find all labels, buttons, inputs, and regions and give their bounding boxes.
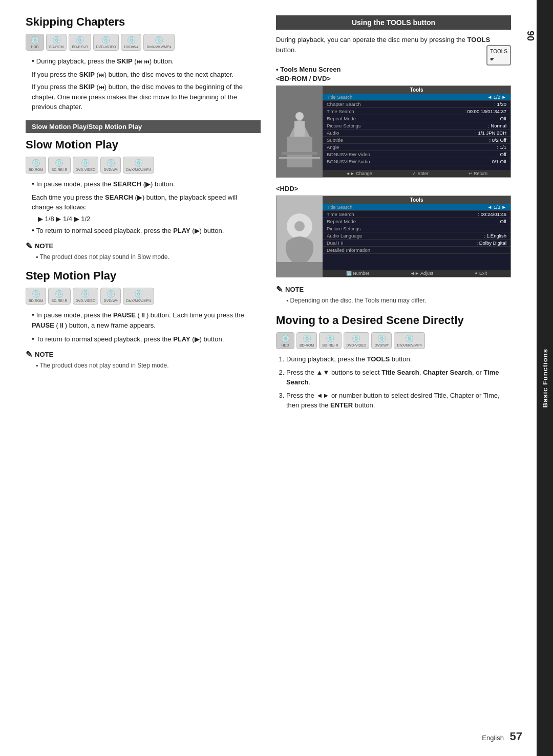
- divx-slow-disc-icon: 💿: [134, 159, 143, 167]
- hdd-repeat-row: Repeat Mode : Off: [323, 218, 511, 225]
- bdrom-step-disc-icon: 💿: [32, 290, 40, 298]
- slow-note-item1: The product does not play sound in Slow …: [36, 253, 261, 262]
- step-note-icon: ✎: [26, 350, 32, 359]
- slow-motion-subheader: Slow Motion Play/Step Motion Play: [26, 120, 261, 133]
- slow-note: ✎ NOTE The product does not play sound i…: [26, 241, 261, 262]
- audio-row: Audio : 1/1 JPN 2CH: [323, 129, 511, 137]
- page-number: 57: [510, 730, 522, 743]
- svg-rect-10: [276, 262, 323, 277]
- hdd-audio-lang-row: Audio Language : 1.English: [323, 232, 511, 240]
- dvdvideo-icon-btn: 💿 DVD-VIDEO: [93, 34, 119, 51]
- hdd-disc-icon: 💿: [31, 36, 39, 45]
- dvd-step-disc-icon: 💿: [81, 290, 90, 298]
- slow-motion-title: Slow Motion Play: [26, 138, 261, 152]
- dvd-moving-icon: 💿 DVD-VIDEO: [344, 332, 370, 349]
- dvdrwr-step-disc-icon: 💿: [107, 290, 115, 298]
- angle-row: Angle : 1/1: [323, 144, 511, 151]
- step-motion-section: Step Motion Play 💿 BD-ROM 💿 BD-RE/-R 💿 D…: [26, 269, 261, 370]
- skipping-icon-bar: 💿 HDD 💿 BD-ROM 💿 BD-RE/-R 💿 DVD-VIDEO 💿: [26, 34, 261, 51]
- dvdrwr-slow-disc-icon: 💿: [107, 159, 115, 167]
- hdd-icon-btn: 💿 HDD: [26, 34, 44, 51]
- svg-rect-6: [279, 157, 320, 159]
- slow-icon-bar: 💿 BD-ROM 💿 BD-RE/-R 💿 DVD-VIDEO 💿 DVDrW/…: [26, 157, 261, 174]
- slow-motion-section: Slow Motion Play/Step Motion Play Slow M…: [26, 120, 261, 262]
- bdrom-moving-disc-icon: 💿: [303, 334, 311, 343]
- svg-point-9: [294, 221, 305, 231]
- slow-indent1: Each time you press the SEARCH (▶) butto…: [32, 192, 261, 212]
- bdrom-step-icon: 💿 BD-ROM: [26, 288, 46, 305]
- title-search-row: Title Search ◄ 1/2 ►: [323, 94, 511, 101]
- bonusview-video-row: BONUSVIEW Video : Off: [323, 151, 511, 158]
- divx-slow-icon: 💿 DivX/MKV/MP4: [123, 157, 154, 174]
- tools-note-title: ✎ NOTE: [276, 285, 511, 294]
- hdd-screenshot: Tools Title Search ◄ 1/3 ► Time Search :…: [276, 196, 511, 277]
- divx-icon-btn: 💿 DivX/MKV/MP4: [143, 34, 174, 51]
- hdd-screen-image: [276, 196, 323, 277]
- dvd-moving-disc-icon: 💿: [352, 334, 360, 343]
- step-note-title: ✎ NOTE: [26, 350, 261, 359]
- hdd-screen-footer: 🔢 Number ◄► Adjust ✦ Exit: [323, 270, 511, 277]
- bdre-moving-disc-icon: 💿: [326, 334, 334, 343]
- chapter-number: 06: [526, 31, 537, 41]
- dvdrwr-moving-icon: 💿 DVDrW/r: [371, 332, 392, 349]
- bdrom-screen-footer: ◄► Change ✓ Enter ↩ Return: [323, 170, 511, 177]
- tools-note: ✎ NOTE Depending on the disc, the Tools …: [276, 285, 511, 305]
- bdrom-slow-icon: 💿 BD-ROM: [26, 157, 46, 174]
- left-column: Skipping Chapters 💿 HDD 💿 BD-ROM 💿 BD-RE…: [26, 15, 261, 414]
- dvd-slow-icon: 💿 DVD-VIDEO: [73, 157, 99, 174]
- hdd-title-search-row: Title Search ◄ 1/3 ►: [323, 204, 511, 211]
- dvdrwr-step-icon: 💿 DVDrW/r: [100, 288, 121, 305]
- bdrom-icon-btn: 💿 BD-ROM: [46, 34, 67, 51]
- divx-disc-icon: 💿: [155, 36, 163, 45]
- moving-icon-bar: 💿 HDD 💿 BD-ROM 💿 BD-RE/-R 💿 DVD-VIDEO 💿: [276, 332, 511, 349]
- bdrom-tools-title: Tools: [323, 86, 511, 94]
- bonusview-audio-row: BONUSVIEW Audio : 0/1 Off: [323, 158, 511, 165]
- bdrom-slow-disc-icon: 💿: [32, 159, 40, 167]
- step-note-item1: The product does not play sound in Step …: [36, 361, 261, 370]
- dvdrwr-slow-icon: 💿 DVDrW/r: [100, 157, 121, 174]
- bdrom-tools-menu: Tools Title Search ◄ 1/2 ► Chapter Searc…: [323, 86, 511, 177]
- hdd-detailed-row: Detailed Information: [323, 247, 511, 254]
- bdrom-disc-icon: 💿: [52, 36, 61, 45]
- step-note: ✎ NOTE The product does not play sound i…: [26, 350, 261, 370]
- tools-header: Using the TOOLS button: [276, 15, 511, 30]
- dvdvideo-disc-icon: 💿: [101, 36, 110, 45]
- bdre-slow-icon: 💿 BD-RE/-R: [48, 157, 70, 174]
- chapter-title: Basic Functions: [541, 349, 549, 407]
- skip-indent1: If you press the SKIP (⏭) button, the di…: [32, 70, 261, 80]
- tools-intro: During playback, you can operate the dis…: [276, 35, 511, 55]
- hdd-tools-title: Tools: [323, 196, 511, 204]
- dvd-slow-disc-icon: 💿: [81, 159, 90, 167]
- tools-note-item1: Depending on the disc, the Tools menu ma…: [286, 296, 511, 305]
- skip-bullet1: During playback, press the SKIP (⏭ ⏮) bu…: [32, 56, 261, 67]
- play-sequence: ▶ 1/8 ▶ 1/4 ▶ 1/2: [38, 215, 261, 223]
- dvdrwr-icon-btn: 💿 DVDrW/r: [121, 34, 141, 51]
- repeat-mode-row: Repeat Mode : Off: [323, 115, 511, 122]
- moving-steps-list: During playback, press the TOOLS button.…: [276, 354, 511, 411]
- svg-rect-5: [282, 152, 317, 155]
- bdrom-screen-image: [276, 86, 323, 177]
- hdd-moving-disc-icon: 💿: [281, 334, 290, 343]
- moving-step-1: During playback, press the TOOLS button.: [286, 354, 511, 364]
- bdre-moving-icon: 💿 BD-RE/-R: [319, 332, 341, 349]
- divx-moving-icon: 💿 DivX/MKV/MP4: [394, 332, 424, 349]
- step-bullet2: To return to normal speed playback, pres…: [32, 334, 261, 344]
- hdd-dual-row: Dual I II : Dolby Digital: [323, 240, 511, 247]
- step-bullet1: In pause mode, press the PAUSE (⏸) butto…: [32, 310, 261, 331]
- bdre-icon-btn: 💿 BD-RE/-R: [69, 34, 91, 51]
- bdre-step-disc-icon: 💿: [55, 290, 63, 298]
- disc-type-label: <BD-ROM / DVD>: [276, 75, 511, 82]
- hdd-label: <HDD>: [276, 185, 511, 192]
- hdd-picture-row: Picture Settings: [323, 225, 511, 232]
- tools-note-icon: ✎: [276, 285, 283, 294]
- bdrom-moving-icon: 💿 BD-ROM: [296, 332, 317, 349]
- hdd-tools-menu: Tools Title Search ◄ 1/3 ► Time Search :…: [323, 196, 511, 277]
- slow-bullet2: To return to normal speed playback, pres…: [32, 225, 261, 236]
- time-search-row: Time Search : 00:00:13/01:34:37: [323, 108, 511, 115]
- svg-point-4: [295, 112, 304, 120]
- moving-step-3: Press the ◄► or number button to select …: [286, 391, 511, 411]
- moving-step-2: Press the ▲▼ buttons to select Title Sea…: [286, 368, 511, 387]
- chapter-search-row: Chapter Search : 1/20: [323, 101, 511, 108]
- tools-menu-screen-label: • Tools Menu Screen: [276, 66, 511, 73]
- tools-button-icon: TOOLS☛: [486, 45, 511, 66]
